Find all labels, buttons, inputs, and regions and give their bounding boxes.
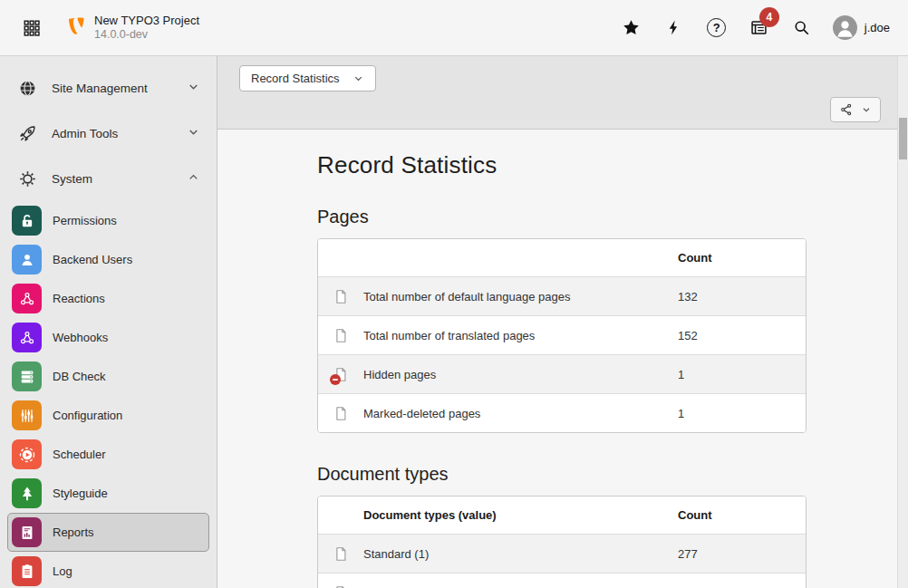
sidebar-item-webhooks[interactable]: Webhooks [7, 318, 209, 357]
modules-grid-icon[interactable] [16, 13, 47, 43]
nodes-icon [12, 323, 42, 352]
report-select-dropdown[interactable]: Record Statistics [239, 65, 376, 92]
count-header: Count [678, 251, 806, 265]
table-header-row: Document types (value) Count [318, 496, 806, 534]
vertical-scrollbar[interactable] [897, 56, 908, 588]
report-icon [12, 517, 42, 547]
menu-section-system[interactable]: System [0, 156, 217, 201]
document-types-table: Document types (value) Count Standard (1… [317, 496, 807, 588]
sidebar-item-reactions[interactable]: Reactions [7, 279, 209, 318]
page-user-icon [333, 584, 349, 588]
sidebar-item-scheduler[interactable]: Scheduler [7, 435, 209, 474]
site-title: New TYPO3 Project [94, 14, 199, 28]
nodes-icon [12, 284, 42, 313]
user-icon [12, 245, 42, 275]
module-body: Record Statistics Pages Count Tota [217, 130, 908, 588]
page-icon [333, 327, 349, 344]
typo3-version: 14.0.0-dev [94, 28, 199, 43]
help-icon[interactable]: ? [705, 16, 729, 40]
page-hidden-icon [333, 366, 349, 383]
menu-section-admin-tools[interactable]: Admin Tools [0, 111, 217, 156]
gear-icon [17, 169, 37, 188]
table-row: Standard (1) 277 [318, 534, 806, 573]
sidebar-item-permissions[interactable]: Permissions [7, 201, 209, 240]
typo3-backend: New TYPO3 Project 14.0.0-dev ? 4 [0, 0, 908, 588]
sidebar-item-configuration[interactable]: Configuration [7, 396, 209, 435]
docheader: Record Statistics [217, 56, 908, 130]
search-icon[interactable] [790, 16, 814, 40]
share-icon [839, 102, 854, 117]
sidebar-item-reports[interactable]: Reports [7, 513, 209, 552]
content-area: Record Statistics Record Statistics Page… [217, 56, 908, 588]
page-title: Record Statistics [317, 151, 908, 179]
chevron-down-icon [861, 104, 872, 115]
bookmarks-star-icon[interactable] [620, 16, 643, 40]
count-header: Count [678, 508, 806, 522]
sidebar-item-log[interactable]: Log [7, 552, 209, 588]
module-menu: Site Management Admin Tools [0, 56, 217, 588]
hidden-overlay-icon [330, 374, 341, 385]
page-icon [333, 405, 349, 422]
typo3-logo-icon [65, 15, 86, 40]
chevron-down-icon [187, 80, 200, 97]
section-heading-document-types: Document types [317, 464, 908, 485]
table-row: Total number of translated pages 152 [318, 315, 806, 354]
clear-cache-bolt-icon[interactable] [662, 16, 686, 40]
topbar: New TYPO3 Project 14.0.0-dev ? 4 [0, 0, 908, 56]
database-icon [12, 361, 42, 391]
pages-table: Count Total number of default language p… [317, 238, 807, 433]
sliders-icon [12, 400, 42, 430]
avatar [833, 15, 857, 40]
notification-badge: 4 [759, 7, 779, 27]
chevron-down-icon [187, 125, 200, 142]
user-menu[interactable]: j.doe [833, 15, 890, 40]
page-icon [333, 288, 349, 305]
scrollbar-thumb[interactable] [899, 118, 907, 159]
sidebar-item-styleguide[interactable]: Styleguide [7, 474, 209, 513]
globe-icon [17, 79, 37, 98]
tree-icon [12, 478, 42, 508]
sidebar-item-backend-users[interactable]: Backend Users [7, 240, 209, 279]
section-heading-pages: Pages [317, 207, 908, 227]
chevron-up-icon [187, 170, 200, 188]
brand: New TYPO3 Project 14.0.0-dev [65, 14, 199, 43]
table-row: Total number of default language pages 1… [318, 276, 806, 315]
table-row: Marked-deleted pages 1 [318, 393, 806, 432]
username: j.doe [865, 21, 890, 34]
share-button[interactable] [830, 97, 881, 122]
chevron-down-icon [353, 72, 364, 84]
systeminformation-icon[interactable]: 4 [748, 16, 771, 40]
lock-open-icon [12, 206, 42, 236]
sidebar-item-db-check[interactable]: DB Check [7, 357, 209, 396]
table-row: Hidden pages 1 [318, 354, 806, 393]
table-header-row: Count [318, 239, 806, 276]
rocket-icon [17, 124, 37, 143]
clipboard-icon [12, 556, 42, 586]
table-row: Backend User Section (6) 0 [318, 573, 806, 588]
play-circle-icon [12, 439, 42, 469]
page-icon [333, 545, 349, 563]
menu-section-site-management[interactable]: Site Management [0, 65, 217, 111]
